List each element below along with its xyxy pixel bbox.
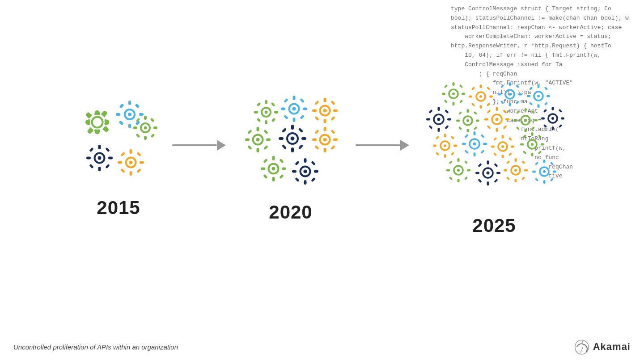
gear-2025-12 (490, 134, 516, 160)
svg-point-22 (98, 156, 102, 160)
svg-rect-78 (263, 145, 268, 150)
svg-rect-187 (487, 109, 491, 114)
gear-2025-16 (502, 157, 529, 184)
svg-rect-265 (487, 181, 489, 185)
svg-rect-64 (324, 119, 326, 123)
svg-rect-54 (293, 118, 296, 122)
svg-rect-245 (531, 153, 534, 156)
svg-rect-119 (311, 161, 316, 166)
svg-rect-60 (284, 115, 288, 120)
svg-rect-17 (136, 118, 140, 122)
svg-rect-266 (475, 172, 479, 174)
svg-point-233 (501, 145, 504, 148)
svg-rect-251 (523, 151, 526, 154)
svg-rect-153 (538, 84, 540, 88)
svg-rect-65 (312, 109, 317, 112)
svg-rect-88 (298, 144, 303, 149)
svg-rect-137 (471, 87, 475, 90)
svg-point-102 (272, 167, 275, 171)
year-label-2020: 2020 (269, 202, 312, 223)
svg-rect-75 (245, 139, 250, 141)
year-label-2025: 2025 (472, 215, 516, 236)
gear-2025-15 (474, 159, 502, 187)
svg-rect-123 (453, 82, 455, 86)
gear-2015-5 (116, 148, 145, 177)
svg-rect-29 (105, 147, 110, 152)
svg-rect-268 (478, 163, 482, 167)
svg-rect-16 (153, 126, 157, 129)
svg-rect-38 (136, 168, 141, 173)
svg-rect-166 (447, 118, 451, 121)
svg-point-122 (452, 93, 455, 95)
gear-2025-10 (432, 132, 458, 159)
svg-rect-99 (330, 130, 335, 135)
svg-rect-246 (520, 143, 524, 146)
svg-point-202 (551, 117, 554, 120)
svg-rect-118 (311, 177, 316, 182)
svg-rect-94 (324, 148, 326, 152)
svg-rect-281 (506, 177, 510, 180)
svg-rect-140 (471, 103, 475, 106)
svg-point-32 (129, 161, 133, 164)
svg-rect-159 (544, 87, 548, 90)
svg-rect-186 (505, 118, 509, 121)
svg-rect-57 (284, 98, 288, 103)
svg-rect-184 (496, 128, 498, 132)
svg-rect-7 (119, 103, 124, 108)
svg-rect-86 (301, 137, 306, 140)
svg-rect-4 (128, 124, 131, 128)
svg-rect-26 (108, 157, 113, 160)
gear-2025-13 (519, 131, 546, 158)
svg-rect-199 (531, 110, 535, 114)
caption: Uncontrolled proliferation of APIs withi… (13, 343, 178, 351)
svg-rect-27 (89, 147, 94, 152)
svg-rect-104 (272, 177, 275, 181)
svg-rect-43 (265, 100, 267, 104)
svg-rect-5 (116, 113, 120, 116)
gear-2020-6 (311, 126, 339, 154)
svg-rect-28 (105, 164, 110, 169)
svg-rect-13 (144, 116, 147, 120)
svg-rect-24 (98, 167, 101, 171)
svg-rect-206 (561, 118, 564, 120)
svg-rect-80 (247, 145, 252, 150)
svg-rect-147 (500, 84, 504, 88)
svg-rect-53 (293, 96, 296, 100)
svg-rect-169 (445, 109, 449, 114)
svg-rect-139 (487, 87, 490, 90)
svg-rect-188 (503, 125, 507, 129)
svg-rect-145 (498, 93, 501, 96)
gears-2025 (423, 81, 566, 206)
gear-2025-9 (540, 105, 566, 131)
svg-rect-280 (521, 160, 525, 164)
svg-rect-125 (442, 93, 445, 95)
svg-rect-198 (531, 126, 535, 130)
svg-rect-193 (525, 108, 527, 112)
svg-rect-288 (535, 162, 538, 165)
svg-rect-150 (500, 101, 504, 104)
svg-rect-286 (532, 171, 536, 173)
svg-rect-225 (474, 152, 476, 156)
timeline-row: 2015 (78, 81, 566, 236)
svg-rect-239 (508, 152, 512, 156)
svg-rect-224 (474, 131, 476, 135)
svg-rect-76 (266, 139, 271, 141)
svg-rect-234 (502, 135, 504, 139)
svg-rect-106 (282, 168, 286, 170)
gear-2020-7 (259, 155, 288, 183)
svg-rect-149 (516, 84, 519, 88)
svg-rect-290 (550, 162, 554, 165)
svg-point-273 (514, 169, 517, 172)
svg-rect-236 (491, 146, 495, 148)
svg-rect-167 (428, 109, 432, 114)
svg-rect-256 (446, 169, 450, 172)
svg-rect-248 (523, 135, 526, 138)
svg-rect-70 (314, 116, 319, 121)
svg-rect-231 (464, 150, 468, 154)
akamai-symbol-icon (573, 338, 590, 355)
svg-rect-127 (444, 84, 448, 88)
arrow-2 (342, 139, 423, 179)
svg-rect-164 (438, 128, 440, 132)
svg-rect-59 (300, 98, 305, 103)
svg-rect-115 (292, 170, 297, 173)
